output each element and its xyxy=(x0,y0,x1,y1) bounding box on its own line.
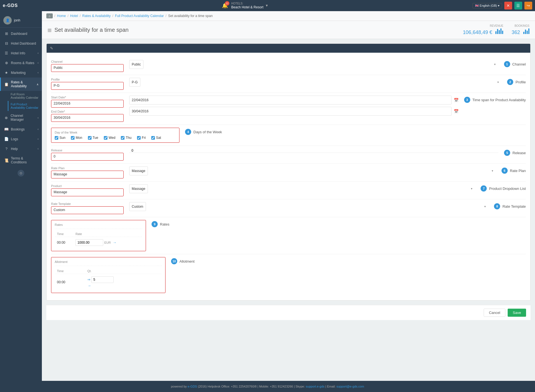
breadcrumb: ⌂ / Home / Hotel / Rates & Availability … xyxy=(42,11,535,21)
day-sat-checkbox[interactable] xyxy=(151,136,155,140)
table-row: 00:00 ⇒ → xyxy=(55,275,161,289)
rate-template-hint: 8 Rate Template xyxy=(494,202,526,209)
sidebar-item-dashboard[interactable]: ⊞ Dashboard xyxy=(0,29,42,38)
page-header: ▦ Set availability for a time span REVEN… xyxy=(42,21,535,39)
release-field: Release 0 xyxy=(51,149,124,161)
footer-brand-link[interactable]: e-GDS xyxy=(188,385,197,388)
profile-section: Profile P-G P-G 2 Profile xyxy=(51,75,526,93)
step-3-badge: 3 xyxy=(464,97,470,103)
days-of-week-box: Day of the Week Sun Mon Tue xyxy=(51,128,179,143)
hotel-label: HOTELS: xyxy=(231,2,263,5)
rates-avail-icon: 📋 xyxy=(4,82,9,86)
sidebar-item-bookings[interactable]: 📖 Bookings ‹ xyxy=(0,124,42,134)
product-select[interactable]: Massage xyxy=(129,184,148,193)
day-fri-checkbox[interactable] xyxy=(137,136,141,140)
sidebar-collapse-button[interactable]: ⊙ xyxy=(18,170,24,176)
breadcrumb-home-button[interactable]: ⌂ xyxy=(46,13,53,18)
edit-icon-button[interactable]: ✎ xyxy=(50,46,53,50)
rate-template-field: Rate Template Custom xyxy=(51,202,124,214)
start-date-input[interactable] xyxy=(129,96,452,105)
bar xyxy=(500,28,502,34)
rate-input[interactable] xyxy=(75,239,103,246)
allotment-input[interactable] xyxy=(91,276,114,283)
start-date-row: 📅 xyxy=(129,96,459,105)
cancel-button[interactable]: Cancel xyxy=(484,309,505,317)
sidebar-item-label: Rates & Availability xyxy=(11,80,34,88)
close-button[interactable]: ✕ xyxy=(504,2,512,9)
day-mon[interactable]: Mon xyxy=(71,136,82,140)
day-thu-checkbox[interactable] xyxy=(121,136,124,140)
hotel-dropdown-icon[interactable]: ▼ xyxy=(265,4,268,8)
day-sat[interactable]: Sat xyxy=(151,136,161,140)
day-sun[interactable]: Sun xyxy=(55,136,65,140)
release-label: Release xyxy=(51,149,124,152)
day-fri[interactable]: Fri xyxy=(137,136,146,140)
end-date-input[interactable] xyxy=(129,107,452,116)
bar xyxy=(527,31,528,34)
dow-hint: 4 Days of the Week xyxy=(185,128,222,135)
day-sun-checkbox[interactable] xyxy=(55,136,58,140)
footer-skype-link[interactable]: support.e-gds xyxy=(306,385,325,388)
breadcrumb-calendar-link[interactable]: Full Product Availability Calendar xyxy=(115,14,164,18)
day-wed[interactable]: Wed xyxy=(104,136,115,140)
save-button[interactable]: Save xyxy=(508,309,526,317)
channel-hint: 1 Channel xyxy=(504,60,526,67)
profile-select[interactable]: P-G xyxy=(129,78,140,87)
brand-logo: e-GDS xyxy=(3,3,18,8)
end-date-calendar-icon[interactable]: 📅 xyxy=(454,109,459,113)
rate-plan-hint: 6 Rate Plan xyxy=(502,166,526,174)
site-footer: powered by e-GDS (2016) Helpdesk Office:… xyxy=(0,381,535,392)
sidebar-item-rates-availability[interactable]: 📋 Rates & Availability ∧ xyxy=(0,78,42,91)
sidebar-item-hotel-dashboard[interactable]: ⊟ Hotel Dashboard xyxy=(0,38,42,48)
breadcrumb-hotel-link[interactable]: Hotel xyxy=(70,14,78,18)
product-hint: 7 Product Dropdown List xyxy=(481,184,526,192)
page-title-icon: ▦ xyxy=(47,27,52,33)
rate-value-cell: EUR → xyxy=(74,238,142,248)
sidebar-item-hotel-info[interactable]: ☰ Hotel Info ‹ xyxy=(0,48,42,58)
sidebar-item-label: Terms & Conditions xyxy=(11,156,39,164)
sidebar-item-help[interactable]: ? Help ‹ xyxy=(0,144,42,154)
sidebar-sub-full-product[interactable]: Full Product Availability Calendar xyxy=(8,101,42,111)
chevron-icon: ∧ xyxy=(37,83,39,86)
rate-plan-select[interactable]: Massage xyxy=(129,166,148,175)
day-wed-checkbox[interactable] xyxy=(104,136,107,140)
menu-button[interactable]: ☰ xyxy=(514,2,522,9)
breadcrumb-home-link[interactable]: Home xyxy=(57,14,66,18)
day-thu[interactable]: Thu xyxy=(121,136,131,140)
start-date-calendar-icon[interactable]: 📅 xyxy=(454,98,459,102)
step-2-badge: 2 xyxy=(507,79,513,85)
day-tue-checkbox[interactable] xyxy=(88,136,92,140)
profile-hint: 2 Profile xyxy=(507,78,526,85)
channel-select[interactable]: Public xyxy=(129,60,143,69)
sidebar-sub-full-room[interactable]: Full Room Availability Calendar xyxy=(8,91,42,101)
step-8-badge: 8 xyxy=(494,203,500,209)
sidebar-item-logs[interactable]: 📄 Logs ‹ xyxy=(0,134,42,144)
release-input[interactable] xyxy=(129,149,498,153)
help-icon: ? xyxy=(4,147,9,151)
sidebar-item-terms[interactable]: 📜 Terms & Conditions xyxy=(0,154,42,167)
notification-bell[interactable]: 🔔 12 xyxy=(222,3,228,9)
rate-plan-section: Rate Plan Massage Massage 6 Rate Plan xyxy=(51,164,526,182)
rate-arrow-icon[interactable]: → xyxy=(113,240,116,245)
right-nav: 🇬🇧 English (GB) ▾ ✕ ☰ ↪ xyxy=(472,2,532,9)
product-field: Product Massage xyxy=(51,184,124,196)
day-mon-checkbox[interactable] xyxy=(71,136,75,140)
rates-label: Rates xyxy=(55,223,142,226)
bar xyxy=(528,28,529,34)
sidebar-item-rooms-rates[interactable]: ⊕ Rooms & Rates ‹ xyxy=(0,58,42,68)
breadcrumb-current: Set availability for a time span xyxy=(168,14,212,18)
rate-template-select[interactable]: Custom xyxy=(129,202,146,211)
chevron-icon: ‹ xyxy=(38,116,39,119)
sidebar-item-label: Dashboard xyxy=(11,32,27,36)
footer-email-link[interactable]: support@e-gds.com xyxy=(336,385,364,388)
end-date-label: End Date* xyxy=(51,110,124,113)
logout-button[interactable]: ↪ xyxy=(524,2,532,9)
sidebar-item-channel-manager[interactable]: ⊗ Channel Manager ‹ xyxy=(0,111,42,124)
sidebar-user: 👤 jonh xyxy=(0,13,42,28)
language-selector[interactable]: 🇬🇧 English (GB) ▾ xyxy=(472,3,502,8)
sidebar-item-marketing[interactable]: ★ Marketing ‹ xyxy=(0,68,42,78)
breadcrumb-rates-link[interactable]: Rates & Availability xyxy=(82,14,111,18)
day-tue[interactable]: Tue xyxy=(88,136,98,140)
sidebar-item-label: Hotel Info xyxy=(11,51,25,55)
bookings-chart xyxy=(523,27,529,34)
